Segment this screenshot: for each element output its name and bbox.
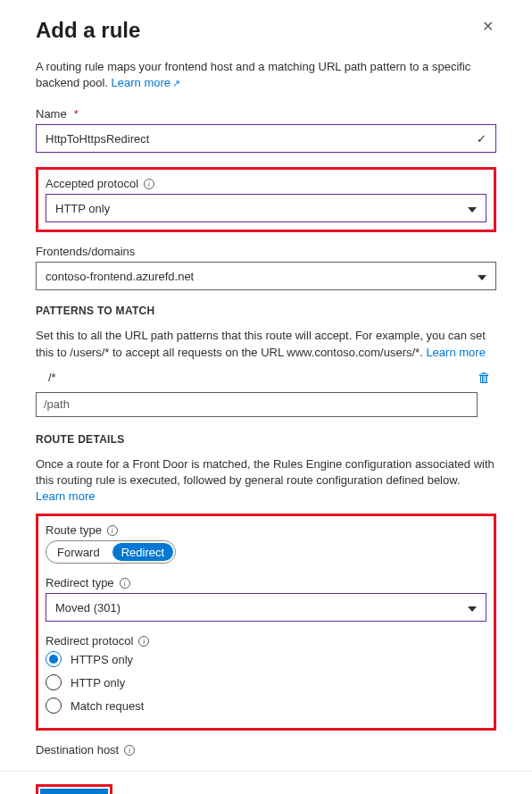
- info-icon[interactable]: [107, 525, 118, 536]
- path-input[interactable]: [36, 392, 478, 417]
- destination-host-label: Destination host: [36, 743, 119, 756]
- intro-text: A routing rule maps your frontend host a…: [36, 59, 496, 91]
- route-desc: Once a route for a Front Door is matched…: [36, 456, 496, 506]
- add-button-highlight: Add: [36, 784, 112, 794]
- redirect-protocol-option-https[interactable]: HTTPS only: [46, 651, 486, 667]
- name-input[interactable]: HttpToHttpsRedirect: [36, 124, 496, 153]
- protocol-label: Accepted protocol: [46, 177, 138, 190]
- accepted-protocol-highlight: Accepted protocol HTTP only: [36, 167, 496, 232]
- radio-icon: [46, 698, 62, 714]
- route-config-highlight: Route type Forward Redirect Redirect typ…: [36, 514, 496, 731]
- patterns-desc-text: Set this to all the URL path patterns th…: [36, 329, 486, 358]
- redirect-type-select[interactable]: Moved (301): [46, 593, 486, 622]
- protocol-select-value: HTTP only: [55, 202, 110, 215]
- name-label: Name: [36, 107, 67, 121]
- info-icon[interactable]: [120, 578, 130, 589]
- radio-icon: [46, 674, 62, 690]
- pattern-row: /* 🗑: [36, 370, 496, 385]
- redirect-type-label: Redirect type: [46, 576, 114, 589]
- info-icon[interactable]: [144, 179, 154, 189]
- panel-title: Add a rule: [36, 18, 140, 43]
- route-heading: ROUTE DETAILS: [36, 433, 496, 446]
- route-type-forward[interactable]: Forward: [46, 541, 111, 563]
- radio-icon: [46, 651, 62, 667]
- pattern-value: /*: [36, 371, 469, 384]
- patterns-desc: Set this to all the URL path patterns th…: [36, 328, 496, 360]
- redirect-type-value: Moved (301): [55, 601, 121, 614]
- chevron-down-icon: [468, 202, 477, 215]
- info-icon[interactable]: [138, 636, 149, 647]
- frontends-select-value: contoso-frontend.azurefd.net: [46, 270, 194, 283]
- name-input-value: HttpToHttpsRedirect: [46, 132, 149, 146]
- chevron-down-icon: [478, 270, 486, 283]
- patterns-learn-more-link[interactable]: Learn more: [426, 346, 485, 359]
- radio-label: Match request: [71, 699, 144, 713]
- route-type-toggle[interactable]: Forward Redirect: [46, 540, 176, 564]
- learn-more-link[interactable]: Learn more: [112, 76, 180, 89]
- radio-label: HTTP only: [71, 676, 125, 690]
- route-type-redirect[interactable]: Redirect: [112, 543, 173, 561]
- add-button[interactable]: Add: [40, 789, 108, 794]
- required-indicator: *: [74, 107, 79, 121]
- protocol-select[interactable]: HTTP only: [46, 194, 486, 222]
- chevron-down-icon: [468, 601, 477, 614]
- redirect-protocol-option-http[interactable]: HTTP only: [46, 674, 486, 690]
- radio-label: HTTPS only: [71, 653, 133, 666]
- route-desc-text: Once a route for a Front Door is matched…: [36, 457, 495, 487]
- close-icon[interactable]: ✕: [478, 18, 496, 36]
- delete-icon[interactable]: 🗑: [478, 370, 496, 385]
- redirect-protocol-option-match[interactable]: Match request: [46, 698, 486, 714]
- frontends-label: Frontends/domains: [36, 245, 135, 258]
- frontends-select[interactable]: contoso-frontend.azurefd.net: [36, 262, 496, 290]
- route-type-label: Route type: [46, 523, 102, 537]
- patterns-heading: PATTERNS TO MATCH: [36, 305, 496, 317]
- info-icon[interactable]: [124, 745, 135, 756]
- intro-body: A routing rule maps your frontend host a…: [36, 60, 470, 89]
- check-icon: [477, 132, 486, 146]
- route-learn-more-link[interactable]: Learn more: [36, 489, 95, 503]
- redirect-protocol-label: Redirect protocol: [46, 634, 133, 648]
